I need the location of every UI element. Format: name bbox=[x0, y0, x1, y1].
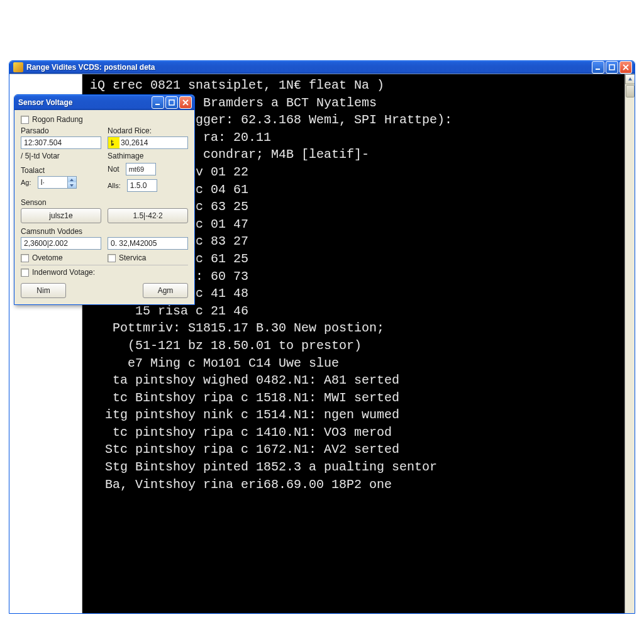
nodard-group: Nodard Rice: ȶ 30,2614 bbox=[108, 126, 188, 149]
checkbox-box[interactable] bbox=[108, 254, 116, 262]
stervica-checkbox[interactable]: Stervica bbox=[108, 253, 188, 262]
votar-label: / 5|-td Votar bbox=[21, 152, 101, 160]
num-button[interactable]: 1.5|-42·2 bbox=[108, 208, 188, 223]
ovetome-label: Ovetome bbox=[32, 253, 63, 262]
senson-label: Senson bbox=[21, 198, 188, 207]
sathimage-label: Sathimage bbox=[108, 152, 188, 160]
svg-rect-0 bbox=[596, 69, 600, 70]
ag-label: Ag: bbox=[21, 179, 31, 186]
ag-spinner[interactable]: I· bbox=[38, 176, 77, 189]
nodard-input[interactable]: ȶ 30,2614 bbox=[108, 136, 188, 149]
sensor-voltage-dialog: Sensor Voltage Rogon Radung Parsado 12:3… bbox=[14, 94, 195, 305]
camsnuth-right-input[interactable]: 0. 32,M42005 bbox=[108, 237, 188, 250]
not-group: Not mt69 Alls: 1.5.0 bbox=[108, 163, 188, 194]
window-controls bbox=[592, 61, 632, 74]
dialog-title: Sensor Voltage bbox=[18, 98, 152, 107]
rogon-radung-checkbox[interactable]: Rogon Radung bbox=[21, 115, 188, 124]
julsze-button[interactable]: julsz1e bbox=[21, 208, 101, 223]
parsado-group: Parsado 12:307.504 bbox=[21, 126, 101, 149]
dialog-body: Rogon Radung Parsado 12:307.504 Nodard R… bbox=[14, 110, 194, 304]
rogon-radung-label: Rogon Radung bbox=[32, 115, 83, 124]
parsado-label: Parsado bbox=[21, 126, 101, 135]
toalact-group: Toalact Ag: I· bbox=[21, 166, 101, 191]
dialog-maximize-button[interactable] bbox=[165, 96, 178, 109]
nodard-label: Nodard Rice: bbox=[108, 126, 188, 135]
indenword-label: Indenword Votage: bbox=[32, 268, 95, 277]
close-button[interactable] bbox=[619, 61, 632, 74]
svg-rect-2 bbox=[155, 104, 160, 105]
checkbox-box[interactable] bbox=[21, 269, 29, 277]
svg-rect-3 bbox=[169, 100, 174, 105]
scroll-thumb[interactable] bbox=[626, 85, 635, 97]
app-icon bbox=[13, 62, 23, 72]
camsnuth-left-input[interactable]: 2,3600|2.002 bbox=[21, 237, 101, 250]
svg-rect-1 bbox=[609, 65, 614, 70]
divider bbox=[21, 265, 188, 265]
dialog-close-button[interactable] bbox=[179, 96, 192, 109]
scroll-up-icon[interactable] bbox=[625, 74, 635, 84]
spin-up-icon[interactable] bbox=[68, 177, 76, 182]
stervica-label: Stervica bbox=[119, 253, 146, 262]
toalact-label: Toalact bbox=[21, 166, 101, 175]
dialog-window-controls bbox=[152, 96, 192, 109]
ag-input[interactable]: I· bbox=[38, 176, 68, 189]
not-input[interactable]: mt69 bbox=[126, 163, 156, 175]
dialog-minimize-button[interactable] bbox=[152, 96, 164, 109]
ovetome-checkbox[interactable]: Ovetome bbox=[21, 253, 101, 262]
spin-buttons[interactable] bbox=[68, 176, 77, 189]
console-vertical-scrollbar[interactable] bbox=[625, 74, 635, 614]
agm-button[interactable]: Agm bbox=[143, 283, 188, 298]
spin-down-icon[interactable] bbox=[68, 182, 76, 188]
main-titlebar[interactable]: Range Vidites VCDS: postional deta bbox=[9, 61, 635, 74]
alls-label: Alls: bbox=[108, 182, 121, 189]
alls-input[interactable]: 1.5.0 bbox=[127, 179, 157, 192]
camsnuth-label: Camsnuth Voddes bbox=[21, 227, 188, 236]
nim-button[interactable]: Nim bbox=[21, 283, 66, 298]
checkbox-box[interactable] bbox=[21, 254, 29, 262]
parsado-input[interactable]: 12:307.504 bbox=[21, 136, 101, 149]
maximize-button[interactable] bbox=[606, 61, 618, 74]
dialog-titlebar[interactable]: Sensor Voltage bbox=[14, 95, 194, 110]
not-label: Not bbox=[108, 165, 119, 174]
minimize-button[interactable] bbox=[592, 61, 604, 74]
checkbox-box[interactable] bbox=[21, 116, 29, 124]
main-title: Range Vidites VCDS: postional deta bbox=[26, 63, 592, 72]
indenword-checkbox[interactable]: Indenword Votage: bbox=[21, 268, 188, 277]
